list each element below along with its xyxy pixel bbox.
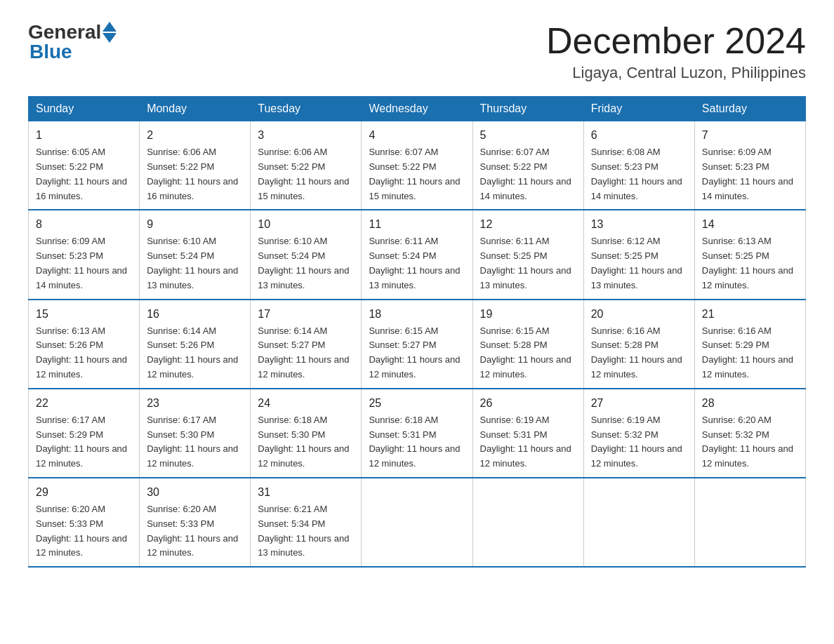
calendar-header-row: SundayMondayTuesdayWednesdayThursdayFrid…: [29, 97, 806, 121]
day-number: 16: [147, 306, 243, 323]
day-info: Sunrise: 6:13 AM Sunset: 5:26 PM Dayligh…: [36, 324, 132, 382]
calendar-day-cell: 2 Sunrise: 6:06 AM Sunset: 5:22 PM Dayli…: [140, 121, 251, 210]
day-info: Sunrise: 6:06 AM Sunset: 5:22 PM Dayligh…: [147, 145, 243, 203]
day-info: Sunrise: 6:17 AM Sunset: 5:29 PM Dayligh…: [36, 413, 132, 471]
calendar-day-cell: 12 Sunrise: 6:11 AM Sunset: 5:25 PM Dayl…: [472, 210, 583, 299]
day-info: Sunrise: 6:10 AM Sunset: 5:24 PM Dayligh…: [147, 234, 243, 293]
day-info: Sunrise: 6:13 AM Sunset: 5:25 PM Dayligh…: [702, 234, 798, 293]
day-info: Sunrise: 6:17 AM Sunset: 5:30 PM Dayligh…: [147, 413, 243, 471]
day-number: 15: [36, 306, 132, 323]
day-number: 25: [369, 395, 465, 412]
location-text: Ligaya, Central Luzon, Philippines: [546, 64, 806, 82]
day-number: 5: [480, 127, 576, 144]
logo: General Blue: [28, 21, 117, 63]
day-number: 23: [147, 395, 243, 412]
calendar-day-cell: 26 Sunrise: 6:19 AM Sunset: 5:31 PM Dayl…: [472, 389, 583, 478]
header-thursday: Thursday: [472, 97, 583, 121]
day-number: 26: [480, 395, 576, 412]
calendar-day-cell: 30 Sunrise: 6:20 AM Sunset: 5:33 PM Dayl…: [140, 478, 251, 567]
calendar-empty-cell: [362, 478, 472, 567]
calendar-day-cell: 11 Sunrise: 6:11 AM Sunset: 5:24 PM Dayl…: [362, 210, 472, 299]
day-info: Sunrise: 6:20 AM Sunset: 5:33 PM Dayligh…: [36, 502, 132, 561]
calendar-day-cell: 23 Sunrise: 6:17 AM Sunset: 5:30 PM Dayl…: [140, 389, 251, 478]
calendar-day-cell: 13 Sunrise: 6:12 AM Sunset: 5:25 PM Dayl…: [583, 210, 694, 299]
calendar-day-cell: 6 Sunrise: 6:08 AM Sunset: 5:23 PM Dayli…: [583, 121, 694, 210]
day-info: Sunrise: 6:16 AM Sunset: 5:29 PM Dayligh…: [702, 324, 798, 382]
calendar-day-cell: 1 Sunrise: 6:05 AM Sunset: 5:22 PM Dayli…: [29, 121, 140, 210]
day-info: Sunrise: 6:05 AM Sunset: 5:22 PM Dayligh…: [36, 145, 132, 203]
day-info: Sunrise: 6:06 AM Sunset: 5:22 PM Dayligh…: [258, 145, 354, 203]
month-year-title: December 2024: [546, 21, 806, 61]
calendar-day-cell: 20 Sunrise: 6:16 AM Sunset: 5:28 PM Dayl…: [583, 300, 694, 389]
day-info: Sunrise: 6:09 AM Sunset: 5:23 PM Dayligh…: [702, 145, 798, 203]
day-number: 20: [591, 306, 687, 323]
header-friday: Friday: [583, 97, 694, 121]
calendar-day-cell: 18 Sunrise: 6:15 AM Sunset: 5:27 PM Dayl…: [362, 300, 472, 389]
calendar-day-cell: 31 Sunrise: 6:21 AM Sunset: 5:34 PM Dayl…: [251, 478, 362, 567]
day-number: 9: [147, 216, 243, 233]
calendar-day-cell: 24 Sunrise: 6:18 AM Sunset: 5:30 PM Dayl…: [251, 389, 362, 478]
calendar-day-cell: 25 Sunrise: 6:18 AM Sunset: 5:31 PM Dayl…: [362, 389, 472, 478]
calendar-day-cell: 28 Sunrise: 6:20 AM Sunset: 5:32 PM Dayl…: [694, 389, 805, 478]
calendar-day-cell: 10 Sunrise: 6:10 AM Sunset: 5:24 PM Dayl…: [251, 210, 362, 299]
calendar-day-cell: 16 Sunrise: 6:14 AM Sunset: 5:26 PM Dayl…: [140, 300, 251, 389]
calendar-empty-cell: [583, 478, 694, 567]
day-info: Sunrise: 6:07 AM Sunset: 5:22 PM Dayligh…: [480, 145, 576, 203]
day-number: 27: [591, 395, 687, 412]
day-info: Sunrise: 6:12 AM Sunset: 5:25 PM Dayligh…: [591, 234, 687, 293]
day-info: Sunrise: 6:18 AM Sunset: 5:30 PM Dayligh…: [258, 413, 354, 471]
calendar-day-cell: 17 Sunrise: 6:14 AM Sunset: 5:27 PM Dayl…: [251, 300, 362, 389]
calendar-week-row: 8 Sunrise: 6:09 AM Sunset: 5:23 PM Dayli…: [29, 210, 806, 299]
day-number: 17: [258, 306, 354, 323]
day-info: Sunrise: 6:18 AM Sunset: 5:31 PM Dayligh…: [369, 413, 465, 471]
header-wednesday: Wednesday: [362, 97, 472, 121]
day-number: 10: [258, 216, 354, 233]
calendar-day-cell: 19 Sunrise: 6:15 AM Sunset: 5:28 PM Dayl…: [472, 300, 583, 389]
day-info: Sunrise: 6:19 AM Sunset: 5:32 PM Dayligh…: [591, 413, 687, 471]
day-number: 18: [369, 306, 465, 323]
day-number: 4: [369, 127, 465, 144]
calendar-week-row: 22 Sunrise: 6:17 AM Sunset: 5:29 PM Dayl…: [29, 389, 806, 478]
calendar-day-cell: 5 Sunrise: 6:07 AM Sunset: 5:22 PM Dayli…: [472, 121, 583, 210]
day-number: 28: [702, 395, 798, 412]
header-monday: Monday: [140, 97, 251, 121]
page-header: General Blue December 2024 Ligaya, Centr…: [28, 21, 806, 82]
day-number: 14: [702, 216, 798, 233]
day-number: 2: [147, 127, 243, 144]
calendar-day-cell: 9 Sunrise: 6:10 AM Sunset: 5:24 PM Dayli…: [140, 210, 251, 299]
day-number: 3: [258, 127, 354, 144]
day-number: 13: [591, 216, 687, 233]
day-info: Sunrise: 6:14 AM Sunset: 5:26 PM Dayligh…: [147, 324, 243, 382]
calendar-day-cell: 3 Sunrise: 6:06 AM Sunset: 5:22 PM Dayli…: [251, 121, 362, 210]
day-info: Sunrise: 6:21 AM Sunset: 5:34 PM Dayligh…: [258, 502, 354, 561]
day-info: Sunrise: 6:07 AM Sunset: 5:22 PM Dayligh…: [369, 145, 465, 203]
day-number: 7: [702, 127, 798, 144]
calendar-empty-cell: [694, 478, 805, 567]
day-info: Sunrise: 6:11 AM Sunset: 5:24 PM Dayligh…: [369, 234, 465, 293]
calendar-week-row: 29 Sunrise: 6:20 AM Sunset: 5:33 PM Dayl…: [29, 478, 806, 567]
logo-blue-text: Blue: [29, 41, 72, 63]
day-number: 29: [36, 484, 132, 501]
day-info: Sunrise: 6:14 AM Sunset: 5:27 PM Dayligh…: [258, 324, 354, 382]
day-number: 11: [369, 216, 465, 233]
calendar-day-cell: 14 Sunrise: 6:13 AM Sunset: 5:25 PM Dayl…: [694, 210, 805, 299]
calendar-day-cell: 22 Sunrise: 6:17 AM Sunset: 5:29 PM Dayl…: [29, 389, 140, 478]
calendar-day-cell: 7 Sunrise: 6:09 AM Sunset: 5:23 PM Dayli…: [694, 121, 805, 210]
calendar-week-row: 15 Sunrise: 6:13 AM Sunset: 5:26 PM Dayl…: [29, 300, 806, 389]
day-info: Sunrise: 6:09 AM Sunset: 5:23 PM Dayligh…: [36, 234, 132, 293]
header-tuesday: Tuesday: [251, 97, 362, 121]
day-number: 31: [258, 484, 354, 501]
day-number: 22: [36, 395, 132, 412]
calendar-day-cell: 8 Sunrise: 6:09 AM Sunset: 5:23 PM Dayli…: [29, 210, 140, 299]
day-number: 30: [147, 484, 243, 501]
day-number: 24: [258, 395, 354, 412]
calendar-day-cell: 4 Sunrise: 6:07 AM Sunset: 5:22 PM Dayli…: [362, 121, 472, 210]
day-number: 6: [591, 127, 687, 144]
day-info: Sunrise: 6:15 AM Sunset: 5:28 PM Dayligh…: [480, 324, 576, 382]
calendar-table: SundayMondayTuesdayWednesdayThursdayFrid…: [28, 96, 806, 568]
calendar-day-cell: 15 Sunrise: 6:13 AM Sunset: 5:26 PM Dayl…: [29, 300, 140, 389]
day-number: 19: [480, 306, 576, 323]
day-info: Sunrise: 6:10 AM Sunset: 5:24 PM Dayligh…: [258, 234, 354, 293]
calendar-day-cell: 29 Sunrise: 6:20 AM Sunset: 5:33 PM Dayl…: [29, 478, 140, 567]
day-number: 12: [480, 216, 576, 233]
